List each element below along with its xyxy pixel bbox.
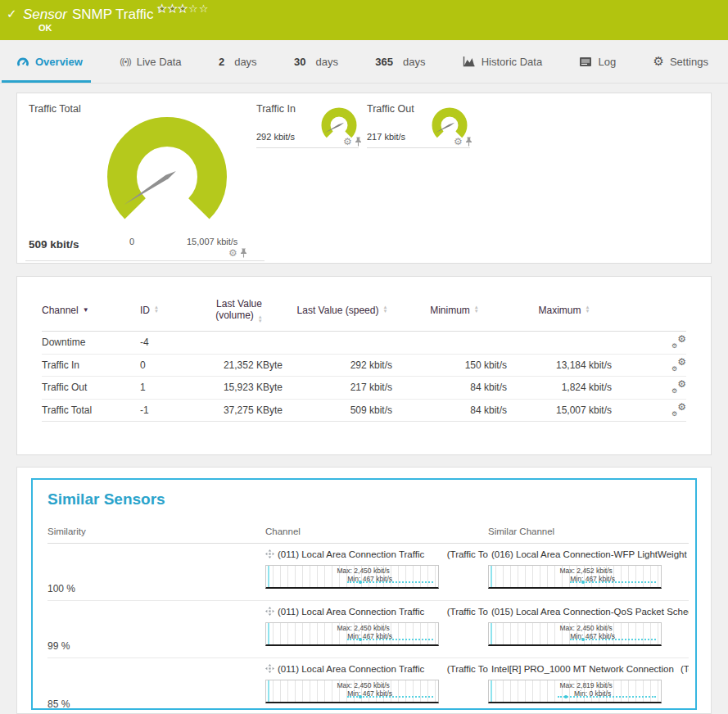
channel-id: -4 bbox=[140, 337, 191, 348]
gear-icon[interactable]: ⚙ bbox=[343, 138, 352, 146]
channel-name[interactable]: Traffic Total bbox=[42, 404, 140, 416]
channel-cell: (011) Local Area Connection Traffic (Tra… bbox=[265, 605, 488, 658]
move-icon[interactable] bbox=[265, 607, 274, 616]
graph-max-label: Max: 2,450 kbit/s bbox=[517, 624, 656, 632]
tab-overview[interactable]: Overview bbox=[16, 40, 83, 83]
pin-icon[interactable] bbox=[465, 137, 473, 147]
channel-cell: (011) Local Area Connection Traffic (Tra… bbox=[265, 662, 488, 714]
similar-channel-minigraph[interactable]: Max: 2,450 kbit/sMin: 467 kbit/s bbox=[488, 622, 662, 646]
channel-link[interactable]: (011) Local Area Connection Traffic bbox=[278, 549, 424, 559]
pin-icon[interactable] bbox=[355, 137, 362, 147]
similar-sensors-box: Similar Sensors Similarity Channel Simil… bbox=[31, 478, 697, 710]
priority-stars[interactable]: ★★★☆☆ bbox=[157, 2, 209, 15]
tab-settings[interactable]: ⚙ Settings bbox=[653, 40, 708, 83]
channel-settings-icon[interactable]: ⚙⚙ bbox=[671, 404, 686, 417]
table-row[interactable]: Downtime -4 ⚙⚙ bbox=[42, 332, 686, 355]
graph-max-label: Max: 2,819 kbit/s bbox=[517, 681, 656, 689]
divider bbox=[25, 260, 265, 261]
star-empty-icon[interactable]: ☆ bbox=[188, 2, 199, 15]
gauge-total-scale-max: 15,007 kbit/s bbox=[187, 237, 237, 246]
tab-historic-data[interactable]: Historic Data bbox=[463, 40, 542, 83]
chart-icon bbox=[463, 56, 476, 67]
column-header-channel[interactable]: Channel▼ bbox=[42, 305, 140, 316]
graph-max-label: Max: 2,450 kbit/s bbox=[294, 624, 433, 632]
gauge-in-value: 292 kbit/s bbox=[256, 132, 295, 142]
channel-speed: 217 kbit/s bbox=[287, 382, 397, 393]
table-row[interactable]: Traffic In 0 21,352 KByte 292 kbit/s 150… bbox=[42, 355, 686, 377]
channel-settings-icon[interactable]: ⚙⚙ bbox=[671, 381, 686, 394]
column-header-id[interactable]: ID▲▼ bbox=[140, 305, 191, 316]
sort-icon: ▲▼ bbox=[154, 305, 159, 313]
channel-maximum: 15,007 kbit/s bbox=[512, 404, 617, 416]
tab-log[interactable]: Log bbox=[579, 40, 616, 83]
graph-series-dot bbox=[359, 638, 362, 641]
pin-icon[interactable] bbox=[240, 248, 247, 258]
star-filled-icon[interactable]: ★ bbox=[157, 2, 168, 15]
column-header-last-value-speed[interactable]: Last Value (speed)▲▼ bbox=[287, 305, 397, 316]
tab-live-data-label: Live Data bbox=[137, 56, 182, 68]
gauges-panel: Traffic Total 509 kbit/s 0 15,007 kbit/s… bbox=[16, 93, 712, 264]
gear-icon[interactable]: ⚙ bbox=[228, 249, 237, 257]
status-badge: OK bbox=[38, 23, 52, 33]
similar-channel-minigraph[interactable]: Max: 2,819 kbit/sMin: 0 kbit/s bbox=[488, 680, 662, 703]
channel-name[interactable]: Downtime bbox=[42, 337, 140, 348]
sensor-title: SensorSNMP Traffic⚐ bbox=[23, 5, 165, 23]
tab-2-days[interactable]: 2 days bbox=[219, 40, 257, 83]
tab-log-label: Log bbox=[598, 56, 616, 68]
channel-link-suffix: (Traffic To bbox=[447, 549, 488, 559]
similarity-value: 100 % bbox=[47, 583, 75, 594]
similar-sensors-panel: Similar Sensors Similarity Channel Simil… bbox=[16, 467, 712, 714]
table-row[interactable]: Traffic Out 1 15,923 KByte 217 kbit/s 84… bbox=[42, 377, 686, 400]
column-header-minimum[interactable]: Minimum▲▼ bbox=[397, 305, 512, 316]
similar-channel-link[interactable]: Intel[R] PRO_1000 MT Network Connection bbox=[491, 664, 674, 674]
channel-settings-icon[interactable]: ⚙⚙ bbox=[671, 336, 686, 349]
channel-maximum: 13,184 kbit/s bbox=[512, 359, 617, 371]
graph-axis bbox=[491, 623, 492, 644]
sensor-title-prefix: Sensor bbox=[23, 7, 67, 22]
channel-name[interactable]: Traffic Out bbox=[42, 382, 140, 393]
channel-table-header: Channel▼ ID▲▼ Last Value(volume)▲▼ Last … bbox=[42, 298, 686, 332]
graph-max-label: Max: 2,450 kbit/s bbox=[294, 681, 433, 689]
column-header-last-value-volume[interactable]: Last Value(volume)▲▼ bbox=[191, 298, 287, 323]
channel-link[interactable]: (011) Local Area Connection Traffic bbox=[278, 607, 424, 617]
similar-channel-link[interactable]: (015) Local Area Connection-QoS Packet S… bbox=[491, 607, 689, 617]
divider bbox=[367, 147, 470, 148]
similarity-value: 99 % bbox=[47, 640, 70, 652]
divider bbox=[256, 147, 359, 148]
channel-minigraph[interactable]: Max: 2,450 kbit/sMin: 467 kbit/s bbox=[265, 680, 439, 703]
similar-channel-link[interactable]: (016) Local Area Connection-WFP LightWei… bbox=[491, 549, 689, 559]
channel-minigraph[interactable]: Max: 2,450 kbit/sMin: 467 kbit/s bbox=[265, 565, 439, 589]
channel-link[interactable]: (011) Local Area Connection Traffic bbox=[278, 664, 424, 674]
gauge-icon bbox=[16, 56, 29, 68]
tab-overview-label: Overview bbox=[35, 56, 83, 68]
similar-channel-minigraph[interactable]: Max: 2,452 kbit/sMin: 467 kbit/s bbox=[488, 565, 662, 589]
star-filled-icon[interactable]: ★ bbox=[178, 2, 188, 15]
channel-minigraph[interactable]: Max: 2,450 kbit/sMin: 467 kbit/s bbox=[265, 622, 439, 646]
move-icon[interactable] bbox=[265, 664, 274, 673]
channel-name[interactable]: Traffic In bbox=[42, 359, 140, 371]
sort-icon: ▲▼ bbox=[586, 305, 590, 313]
channel-speed: 292 kbit/s bbox=[287, 359, 397, 371]
gauge-out-value: 217 kbit/s bbox=[367, 132, 405, 142]
tab-settings-label: Settings bbox=[670, 56, 708, 68]
similar-sensor-row: 100 % (011) Local Area Connection Traffi… bbox=[47, 544, 689, 601]
gear-icon[interactable]: ⚙ bbox=[454, 138, 463, 146]
tab-live-data[interactable]: ((•)) Live Data bbox=[120, 40, 181, 83]
sort-desc-icon: ▼ bbox=[83, 306, 89, 314]
graph-series-dot bbox=[359, 581, 362, 584]
tab-30-days[interactable]: 30 days bbox=[294, 40, 338, 83]
star-empty-icon[interactable]: ☆ bbox=[199, 2, 210, 15]
channel-volume: 21,352 KByte bbox=[191, 359, 287, 371]
move-icon[interactable] bbox=[265, 549, 274, 558]
star-filled-icon[interactable]: ★ bbox=[168, 2, 179, 15]
tab-365-days[interactable]: 365 days bbox=[375, 40, 425, 83]
channel-settings-icon[interactable]: ⚙⚙ bbox=[671, 359, 686, 372]
table-row[interactable]: Traffic Total -1 37,275 KByte 509 kbit/s… bbox=[42, 400, 686, 423]
channel-cell: (011) Local Area Connection Traffic (Tra… bbox=[265, 548, 488, 600]
tab-365-days-label: days bbox=[403, 56, 425, 68]
gauge-total[interactable] bbox=[106, 115, 228, 238]
column-header-maximum[interactable]: Maximum▲▼ bbox=[512, 305, 617, 316]
column-header-channel: Channel bbox=[265, 526, 488, 536]
graph-axis bbox=[268, 623, 269, 644]
similar-channel-link-suffix: (To bbox=[681, 664, 689, 674]
